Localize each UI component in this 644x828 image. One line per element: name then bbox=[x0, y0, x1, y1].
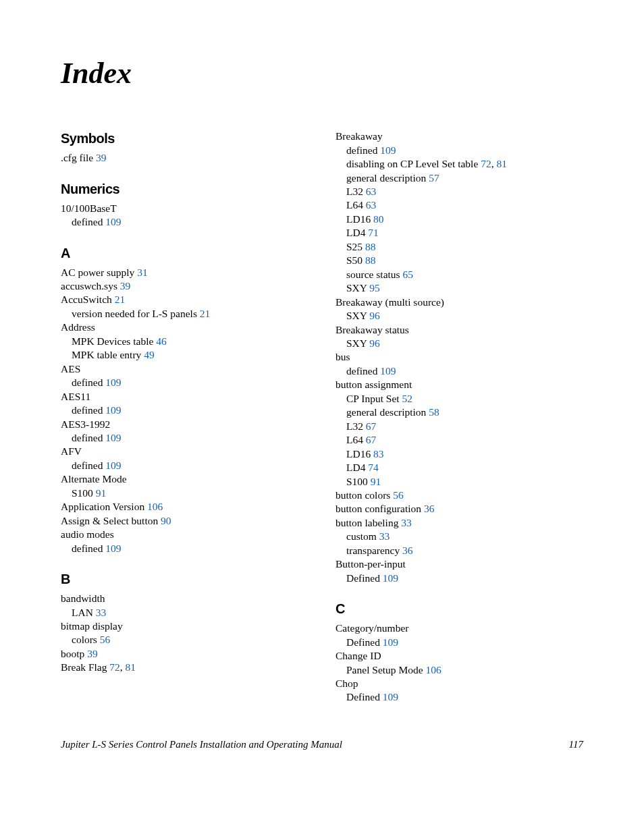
page-reference-link[interactable]: 33 bbox=[401, 517, 412, 528]
index-entry: Assign & Select button 90 bbox=[61, 514, 308, 528]
page-reference-link[interactable]: 90 bbox=[161, 515, 171, 526]
page-reference-link[interactable]: 88 bbox=[365, 254, 376, 266]
page-reference-link[interactable]: 106 bbox=[426, 664, 441, 675]
index-entry-text: SXY bbox=[346, 310, 367, 321]
index-entry: button assignment bbox=[336, 378, 583, 391]
page-reference-link[interactable]: 83 bbox=[373, 448, 384, 460]
page-reference-link[interactable]: 109 bbox=[105, 432, 121, 443]
index-entry-text: AccuSwitch bbox=[61, 294, 112, 305]
index-entry-text: AES11 bbox=[61, 391, 90, 402]
page-reference-link[interactable]: 109 bbox=[380, 365, 396, 377]
page-reference-link[interactable]: 96 bbox=[369, 310, 380, 321]
index-entry-text: defined bbox=[72, 404, 103, 416]
page-reference-link[interactable]: 21 bbox=[115, 294, 126, 305]
page-reference-link[interactable]: 63 bbox=[366, 186, 377, 197]
page-reference-link[interactable]: 63 bbox=[366, 199, 377, 211]
page-reference-link[interactable]: 39 bbox=[87, 648, 98, 659]
page-reference-link[interactable]: 57 bbox=[429, 172, 439, 184]
page-reference-link[interactable]: 52 bbox=[402, 393, 413, 404]
index-entry: Breakaway (multi source) bbox=[336, 296, 583, 309]
index-entry: bitmap display bbox=[61, 619, 308, 633]
page-reference-link[interactable]: 109 bbox=[105, 543, 121, 554]
index-entry: AES3-1992 bbox=[61, 418, 308, 431]
page-reference-link[interactable]: 39 bbox=[96, 152, 107, 163]
page-reference-link[interactable]: 109 bbox=[105, 377, 121, 388]
page-reference-link[interactable]: 109 bbox=[105, 216, 121, 227]
index-entry: defined 109 bbox=[61, 215, 308, 229]
page-reference-link[interactable]: 96 bbox=[369, 337, 380, 349]
index-entry-text: MPK Devices table bbox=[72, 335, 153, 347]
page-reference-link[interactable]: 65 bbox=[403, 269, 414, 280]
index-entry-text: LD16 bbox=[346, 448, 371, 460]
page-reference-link[interactable]: 71 bbox=[368, 227, 379, 238]
index-entry: .cfg file 39 bbox=[61, 151, 308, 165]
page-reference-link[interactable]: 109 bbox=[383, 636, 398, 648]
page-reference-link[interactable]: 36 bbox=[424, 503, 435, 514]
index-entry: defined 109 bbox=[61, 542, 308, 555]
page-reference-link[interactable]: 91 bbox=[371, 476, 381, 487]
index-entry-text: SXY bbox=[346, 337, 367, 349]
index-entry-text: SXY bbox=[346, 282, 367, 294]
page-reference-link[interactable]: 91 bbox=[96, 487, 107, 499]
page-reference-link[interactable]: 67 bbox=[366, 420, 377, 432]
index-entry: MPK table entry 49 bbox=[61, 348, 308, 362]
index-entry: audio modes bbox=[61, 528, 308, 541]
page-reference-link[interactable]: 88 bbox=[365, 241, 376, 252]
index-entry-text: defined bbox=[346, 144, 377, 156]
page-reference-link[interactable]: 81 bbox=[126, 661, 136, 673]
index-entry-text: defined bbox=[72, 460, 103, 471]
index-entry: Panel Setup Mode 106 bbox=[336, 663, 583, 677]
page-reference-link[interactable]: 31 bbox=[137, 267, 148, 278]
page-reference-link[interactable]: 109 bbox=[105, 460, 121, 471]
page-reference-link[interactable]: 109 bbox=[105, 404, 121, 416]
page-reference-link[interactable]: 21 bbox=[200, 308, 211, 319]
index-entry: bus bbox=[336, 350, 583, 364]
page-reference-link[interactable]: 56 bbox=[100, 634, 111, 645]
index-entry-text: 10/100BaseT bbox=[61, 202, 117, 214]
index-entry-text: button labeling bbox=[336, 517, 398, 528]
index-entry: disabling on CP Level Set table 72, 81 bbox=[336, 157, 583, 171]
page-reference-link[interactable]: 95 bbox=[369, 282, 380, 294]
index-entry: defined 109 bbox=[61, 376, 308, 389]
index-entry-text: AES bbox=[61, 363, 80, 375]
index-columns: Symbols.cfg file 39Numerics10/100BaseTde… bbox=[61, 130, 583, 705]
index-entry-text: S100 bbox=[72, 487, 93, 499]
page-reference-link[interactable]: 39 bbox=[120, 280, 131, 292]
index-entry: Break Flag 72, 81 bbox=[61, 661, 308, 674]
index-entry-text: version needed for L-S panels bbox=[72, 308, 197, 319]
page-reference-link[interactable]: 46 bbox=[156, 335, 167, 347]
page-reference-link[interactable]: 109 bbox=[383, 572, 398, 584]
index-entry: Application Version 106 bbox=[61, 500, 308, 514]
page-reference-link[interactable]: 58 bbox=[429, 406, 439, 418]
index-entry-text: LAN bbox=[72, 607, 93, 618]
page-reference-link[interactable]: 49 bbox=[144, 349, 155, 360]
page-reference-link[interactable]: 109 bbox=[383, 691, 398, 702]
index-entry: colors 56 bbox=[61, 633, 308, 646]
page-reference-link[interactable]: 109 bbox=[380, 144, 396, 156]
page-reference-link[interactable]: 36 bbox=[402, 545, 413, 556]
page-reference-link[interactable]: 72 bbox=[109, 661, 120, 673]
page-reference-link[interactable]: 74 bbox=[368, 462, 379, 473]
footer-book-title: Jupiter L-S Series Control Panels Instal… bbox=[61, 738, 342, 752]
index-entry-text: Defined bbox=[346, 691, 380, 702]
page-reference-link[interactable]: 81 bbox=[496, 158, 507, 169]
index-entry: bootp 39 bbox=[61, 647, 308, 661]
index-entry-text: Defined bbox=[346, 572, 380, 584]
page-reference-link[interactable]: 33 bbox=[96, 607, 107, 618]
index-entry-text: Category/number bbox=[336, 622, 408, 634]
section-heading: Numerics bbox=[61, 180, 308, 198]
index-entry-text: S100 bbox=[346, 476, 368, 487]
index-entry-text: LD4 bbox=[346, 227, 365, 238]
index-entry: AC power supply 31 bbox=[61, 266, 308, 279]
page-reference-link[interactable]: 80 bbox=[373, 213, 384, 225]
index-entry: Change ID bbox=[336, 649, 583, 663]
index-entry: AccuSwitch 21 bbox=[61, 293, 308, 306]
index-entry-text: LD4 bbox=[346, 462, 365, 473]
page-reference-link[interactable]: 33 bbox=[379, 530, 390, 542]
page-reference-link[interactable]: 56 bbox=[393, 489, 404, 501]
index-entry-text: general description bbox=[346, 406, 426, 418]
index-entry: Chop bbox=[336, 677, 583, 690]
page-reference-link[interactable]: 67 bbox=[366, 434, 377, 445]
page-reference-link[interactable]: 106 bbox=[147, 501, 163, 512]
page-reference-link[interactable]: 72 bbox=[481, 158, 491, 169]
